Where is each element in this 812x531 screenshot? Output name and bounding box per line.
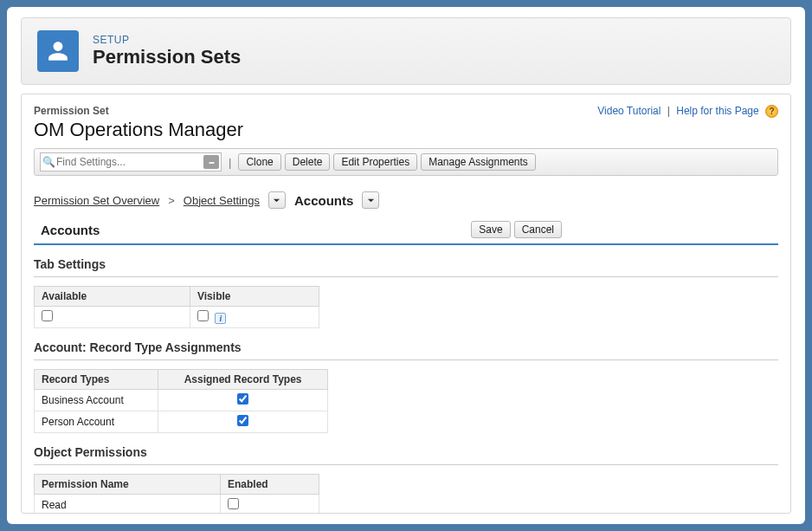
object-name: Accounts bbox=[34, 223, 100, 237]
video-tutorial-link[interactable]: Video Tutorial bbox=[597, 105, 661, 117]
table-header-row: Available Visible bbox=[35, 287, 319, 307]
help-page-link[interactable]: Help for this Page bbox=[676, 105, 758, 117]
assigned-checkbox[interactable] bbox=[237, 415, 248, 426]
col-enabled: Enabled bbox=[221, 475, 319, 495]
accounts-dropdown[interactable] bbox=[362, 191, 379, 209]
search-input[interactable] bbox=[56, 153, 203, 171]
search-icon: 🔍 bbox=[41, 156, 56, 168]
permission-set-name: OM Operations Manager bbox=[34, 119, 778, 141]
object-settings-dropdown[interactable] bbox=[268, 191, 286, 209]
breadcrumb-overview[interactable]: Permission Set Overview bbox=[34, 194, 159, 207]
edit-properties-button[interactable]: Edit Properties bbox=[333, 153, 417, 171]
toolbar-separator: | bbox=[229, 156, 231, 169]
help-links: Video Tutorial | Help for this Page ? bbox=[597, 105, 778, 118]
breadcrumb: Permission Set Overview > Object Setting… bbox=[34, 191, 778, 209]
col-assigned: Assigned Record Types bbox=[158, 370, 328, 390]
record-type-heading: Account: Record Type Assignments bbox=[34, 340, 778, 354]
setup-banner: SETUP Permission Sets bbox=[21, 17, 791, 85]
scroll-area[interactable]: Video Tutorial | Help for this Page ? Pe… bbox=[22, 94, 790, 513]
setup-page: SETUP Permission Sets Video Tutorial | H… bbox=[7, 7, 805, 524]
col-permission-name: Permission Name bbox=[35, 475, 221, 495]
chevron-right-icon: > bbox=[168, 194, 175, 207]
breadcrumb-current: Accounts bbox=[294, 193, 353, 208]
available-checkbox[interactable] bbox=[42, 310, 53, 321]
col-available: Available bbox=[35, 287, 190, 307]
setup-label: SETUP bbox=[93, 34, 241, 46]
tab-settings-table: Available Visible i bbox=[34, 286, 319, 328]
table-row: Business Account bbox=[35, 390, 328, 411]
permission-name: Read bbox=[35, 495, 221, 513]
divider bbox=[34, 464, 778, 465]
table-header-row: Record Types Assigned Record Types bbox=[35, 370, 328, 390]
object-permissions-heading: Object Permissions bbox=[34, 445, 778, 459]
manage-assignments-button[interactable]: Manage Assignments bbox=[421, 153, 536, 171]
cancel-button[interactable]: Cancel bbox=[514, 221, 562, 238]
col-visible: Visible bbox=[190, 287, 319, 307]
table-header-row: Permission Name Enabled bbox=[35, 475, 319, 495]
keyboard-shortcut-icon: ••• bbox=[203, 155, 219, 169]
enabled-checkbox[interactable] bbox=[228, 498, 239, 509]
record-type-name: Business Account bbox=[35, 390, 158, 411]
tab-settings-heading: Tab Settings bbox=[34, 257, 778, 271]
divider bbox=[34, 276, 778, 277]
edit-actions: Save Cancel bbox=[471, 221, 562, 238]
save-button[interactable]: Save bbox=[471, 221, 510, 238]
banner-text: SETUP Permission Sets bbox=[93, 34, 241, 68]
divider bbox=[34, 359, 778, 360]
delete-button[interactable]: Delete bbox=[285, 153, 331, 171]
toolbar: 🔍 ••• | Clone Delete Edit Properties Man… bbox=[34, 148, 778, 176]
object-permissions-table: Permission Name Enabled Read bbox=[34, 474, 319, 513]
record-type-name: Person Account bbox=[35, 411, 158, 433]
breadcrumb-object-settings[interactable]: Object Settings bbox=[184, 194, 260, 207]
assigned-checkbox[interactable] bbox=[237, 393, 248, 405]
object-section-bar: Accounts Save Cancel bbox=[34, 221, 778, 245]
info-icon[interactable]: i bbox=[215, 313, 226, 324]
find-settings-search[interactable]: 🔍 ••• bbox=[40, 152, 222, 172]
table-row: Person Account bbox=[35, 411, 328, 433]
header-row: Video Tutorial | Help for this Page ? Pe… bbox=[34, 105, 778, 141]
visible-checkbox[interactable] bbox=[197, 310, 209, 321]
clone-button[interactable]: Clone bbox=[238, 153, 280, 171]
table-row: Read bbox=[35, 495, 319, 513]
table-row: i bbox=[35, 307, 319, 328]
link-separator: | bbox=[667, 105, 670, 117]
record-types-table: Record Types Assigned Record Types Busin… bbox=[34, 369, 328, 433]
page-title: Permission Sets bbox=[93, 46, 241, 68]
col-record-types: Record Types bbox=[35, 370, 158, 390]
help-icon[interactable]: ? bbox=[765, 105, 778, 118]
permission-sets-icon bbox=[37, 30, 79, 72]
content-panel: Video Tutorial | Help for this Page ? Pe… bbox=[21, 94, 791, 514]
